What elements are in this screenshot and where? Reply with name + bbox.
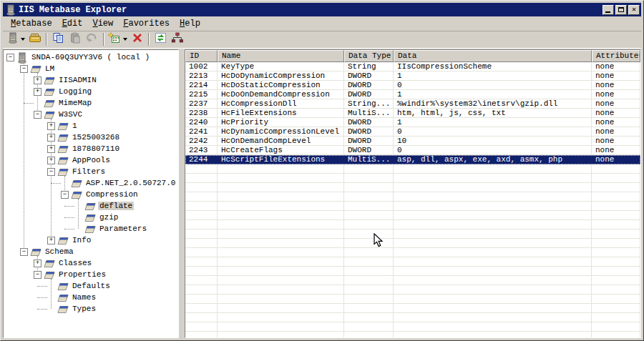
maximize-button[interactable] — [615, 5, 627, 15]
tree-expand-icon[interactable]: + — [47, 122, 55, 130]
delete-button[interactable] — [129, 31, 146, 47]
tree-view-button[interactable] — [169, 31, 186, 47]
tree-collapse-icon[interactable]: − — [6, 54, 14, 61]
panel-splitter[interactable] — [179, 49, 185, 338]
tree-node-label[interactable]: Info — [71, 236, 92, 244]
tree-expand-icon[interactable]: + — [47, 237, 55, 244]
dropdown-arrow-icon[interactable] — [123, 38, 127, 41]
tree-node-1[interactable]: +1 — [4, 120, 178, 132]
tree-node-label[interactable]: Classes — [57, 259, 93, 267]
tree-node-classes[interactable]: +Classes — [4, 257, 178, 269]
main-area: −SNDA-69Q3UYY3V6 ( local )−LM+IISADMIN+L… — [3, 49, 641, 338]
tree-node-label[interactable]: deflate — [98, 202, 134, 210]
tree-collapse-icon[interactable]: − — [34, 111, 42, 119]
tree-node-filters[interactable]: −Filters — [4, 166, 178, 177]
tree-node-label[interactable]: Parameters — [98, 224, 148, 233]
tree-node-schema[interactable]: −Schema — [4, 246, 178, 257]
dropdown-arrow-icon[interactable] — [21, 38, 25, 41]
tree-node-label[interactable]: SNDA-69Q3UYY3V6 ( local ) — [30, 53, 151, 61]
tree-node-names[interactable]: Names — [4, 292, 178, 303]
tree-collapse-icon[interactable]: − — [20, 65, 28, 73]
connect-server-button[interactable] — [5, 31, 26, 47]
cell-type: DWORD — [344, 71, 394, 81]
tree-node-iisadmin[interactable]: +IISADMIN — [4, 74, 178, 86]
menu-item-favorites[interactable]: Favorites — [118, 17, 175, 30]
menu-item-metabase[interactable]: Metabase — [6, 17, 57, 30]
menu-item-help[interactable]: Help — [175, 17, 205, 30]
tree-node-apppools[interactable]: +AppPools — [4, 154, 178, 166]
tree-node-label[interactable]: Properties — [57, 270, 107, 279]
menu-item-view[interactable]: View — [87, 17, 118, 30]
tree-node-label[interactable]: ASP.NET_2.0.50727.0 — [84, 179, 177, 187]
table-row-2243[interactable]: 2243HcCreateFlagsDWORD0none — [185, 146, 640, 155]
tree-collapse-icon[interactable]: − — [61, 191, 69, 199]
tree-node-label[interactable]: gzip — [98, 213, 119, 222]
tree-node-lm[interactable]: −LM — [4, 63, 178, 74]
tree-node-label[interactable]: IISADMIN — [57, 76, 98, 84]
tree-node-label[interactable]: Logging — [57, 87, 93, 96]
tree-node-label[interactable]: 1525003268 — [71, 133, 121, 142]
tree-expand-icon[interactable]: + — [34, 88, 42, 96]
tree-node-label[interactable]: MimeMap — [57, 99, 93, 107]
tree-node-gzip[interactable]: gzip — [4, 212, 178, 223]
tree-node-compression[interactable]: −Compression — [4, 189, 178, 200]
tree-node-label[interactable]: Names — [71, 293, 97, 302]
table-row-2213[interactable]: 2213HcDoDynamicCompressionDWORD1none — [185, 71, 640, 81]
tree-node-label[interactable]: AppPools — [71, 156, 112, 164]
table-row-2238[interactable]: 2238HcFileExtensionsMultiS...htm, html, … — [185, 109, 640, 118]
tree-expand-icon[interactable]: + — [34, 260, 42, 267]
tree-node-w3svc[interactable]: −W3SVC — [4, 109, 178, 120]
tree-node-types[interactable]: Types — [4, 303, 178, 315]
tree-node-deflate[interactable]: deflate — [4, 200, 178, 212]
tree-node-label[interactable]: 1 — [71, 122, 79, 130]
tree-collapse-icon[interactable]: − — [20, 248, 28, 256]
tree-node-1525003268[interactable]: +1525003268 — [4, 132, 178, 143]
table-row-2215[interactable]: 2215HcDoOnDemandCompressionDWORD1none — [185, 90, 640, 99]
tree-node-mimemap[interactable]: MimeMap — [4, 97, 178, 109]
tree-node-label[interactable]: Types — [71, 305, 97, 313]
column-header-name[interactable]: Name — [218, 50, 344, 62]
cell-type: MultiS... — [344, 155, 394, 164]
column-header-attributes[interactable]: Attributes — [592, 50, 640, 62]
table-row-2241[interactable]: 2241HcDynamicCompressionLevelDWORD0none — [185, 127, 640, 137]
tree-node-label[interactable]: 1878807110 — [71, 144, 121, 153]
table-row-1002[interactable]: 1002KeyTypeStringIIsCompressionSchemenon… — [185, 62, 640, 71]
tree-collapse-icon[interactable]: − — [34, 271, 42, 279]
tree-expand-icon[interactable]: + — [34, 76, 42, 84]
tree-expand-icon[interactable]: + — [47, 157, 55, 164]
tree-node-label[interactable]: Compression — [84, 190, 140, 199]
tree-node-1878807110[interactable]: +1878807110 — [4, 143, 178, 154]
tree-node-label[interactable]: Defaults — [71, 282, 112, 290]
table-row-2237[interactable]: 2237HcCompressionDllString...%windir%\sy… — [185, 99, 640, 109]
tree-expand-icon[interactable]: + — [47, 145, 55, 153]
minimize-button[interactable] — [602, 5, 614, 15]
copy-button[interactable] — [49, 31, 67, 47]
table-row-2214[interactable]: 2214HcDoStaticCompressionDWORD0none — [185, 81, 640, 90]
tree-node-label[interactable]: Filters — [71, 167, 107, 176]
tree-node-parameters[interactable]: Parameters — [4, 223, 178, 234]
tree-node-properties[interactable]: −Properties — [4, 269, 178, 280]
column-header-data[interactable]: Data — [394, 50, 592, 62]
new-key-button[interactable] — [107, 31, 129, 47]
table-row-2240[interactable]: 2240HcPriorityDWORD1none — [185, 118, 640, 127]
column-header-type[interactable]: Data Type — [344, 50, 394, 62]
tree-node-label[interactable]: LM — [44, 64, 56, 73]
menu-item-edit[interactable]: Edit — [57, 17, 88, 30]
cell-id: 2241 — [185, 127, 218, 137]
open-button[interactable] — [26, 31, 44, 47]
tree-node-asp-net-2-0-50727-0[interactable]: ASP.NET_2.0.50727.0 — [4, 177, 178, 189]
table-row-2244[interactable]: 2244HcScriptFileExtensionsMultiS...asp, … — [185, 155, 640, 164]
refresh-button[interactable] — [152, 31, 169, 47]
table-row-2242[interactable]: 2242HcOnDemandCompLevelDWORD10none — [185, 137, 640, 146]
tree-node-defaults[interactable]: Defaults — [4, 280, 178, 292]
tree-node-label[interactable]: Schema — [44, 247, 75, 256]
tree-expand-icon[interactable]: + — [47, 134, 55, 142]
close-button[interactable]: ✕ — [628, 5, 640, 15]
tree-node-info[interactable]: +Info — [4, 234, 178, 246]
tree-node-snda-69q3uyy3v6-local-[interactable]: −SNDA-69Q3UYY3V6 ( local ) — [4, 51, 178, 63]
tree-node-label[interactable]: W3SVC — [57, 110, 84, 119]
tree-node-logging[interactable]: +Logging — [4, 86, 178, 97]
column-header-id[interactable]: ID — [185, 50, 218, 62]
cell-data — [394, 304, 592, 313]
tree-collapse-icon[interactable]: − — [47, 168, 55, 176]
